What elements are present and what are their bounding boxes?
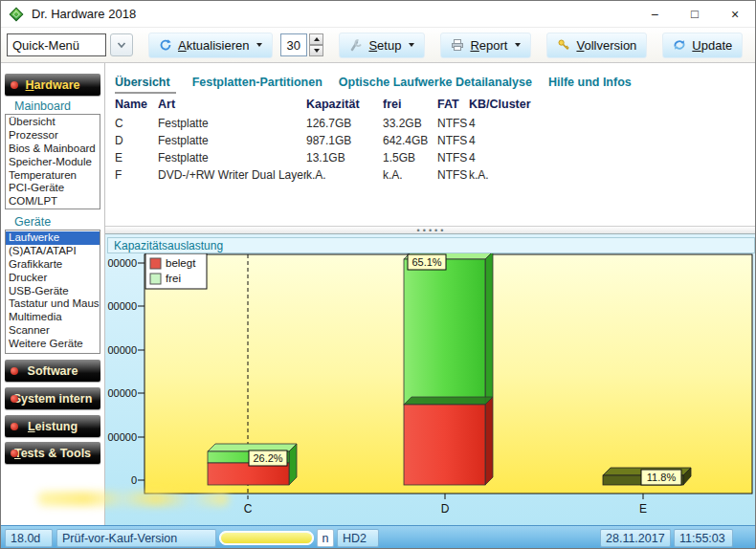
- svg-text:C: C: [244, 502, 253, 516]
- chart-legend: belegt frei: [145, 253, 207, 289]
- list-item[interactable]: Multimedia: [6, 311, 100, 324]
- bar-d[interactable]: [404, 252, 493, 485]
- list-item[interactable]: Übersicht: [6, 116, 100, 129]
- quick-menu-dropdown-button[interactable]: [110, 33, 133, 56]
- list-item[interactable]: Speicher-Module: [6, 156, 100, 169]
- list-item[interactable]: Scanner: [6, 324, 100, 338]
- y-axis-ticks: [138, 263, 145, 480]
- svg-text:D: D: [441, 502, 450, 516]
- sidebar-section-tests-tools[interactable]: Tests & Tools: [5, 442, 100, 464]
- main-panel: Übersicht Festplatten-Partitionen Optisc…: [104, 63, 756, 525]
- svg-text:26.2%: 26.2%: [253, 452, 282, 464]
- refresh-button[interactable]: Aktualisieren: [148, 33, 273, 58]
- svg-text:00000: 00000: [107, 344, 137, 356]
- spinner-down-button[interactable]: [309, 45, 323, 56]
- update-button[interactable]: Update: [662, 33, 743, 58]
- table-row[interactable]: F DVD-/+RW Writer Dual Layer k.A. k.A. N…: [105, 166, 756, 184]
- list-item[interactable]: Temperaturen: [6, 169, 100, 183]
- table-row[interactable]: C Festplatte 126.7GB 33.2GB NTFS 4: [105, 115, 756, 132]
- list-item[interactable]: Drucker: [6, 272, 100, 285]
- red-led-icon: [11, 450, 18, 457]
- table-header-row: Name Art Kapazität frei FAT KB/Cluster: [105, 96, 756, 115]
- sidebar-section-software[interactable]: Software: [5, 360, 100, 382]
- list-item[interactable]: Grafikkarte: [6, 258, 100, 272]
- list-item[interactable]: (S)ATA/ATAPI: [6, 245, 100, 258]
- list-item[interactable]: Bios & Mainboard: [6, 143, 100, 156]
- y-axis-labels: 00000 00000 00000 00000 00000 0: [107, 257, 137, 486]
- title-bar: Dr. Hardware 2018 − □ ×: [1, 1, 755, 28]
- report-button[interactable]: Report: [440, 33, 531, 58]
- quick-menu-value[interactable]: Quick-Menü: [7, 33, 106, 56]
- quick-menu-combobox[interactable]: Quick-Menü: [7, 33, 133, 56]
- close-button[interactable]: ×: [715, 1, 755, 27]
- leistung-label: Leistung: [28, 420, 78, 433]
- sidebar-section-system-intern[interactable]: System intern: [5, 387, 100, 409]
- sidebar: Hardware Mainboard Übersicht Prozessor B…: [1, 63, 104, 525]
- list-item[interactable]: USB-Geräte: [6, 285, 100, 298]
- interval-value[interactable]: 30: [280, 33, 307, 56]
- minimize-button[interactable]: −: [634, 1, 675, 27]
- status-device: HD2: [337, 529, 379, 547]
- splitter-handle[interactable]: •••••: [105, 226, 756, 234]
- tab-bar: Übersicht Festplatten-Partitionen Optisc…: [105, 76, 632, 94]
- devices-list: Laufwerke (S)ATA/ATAPI Grafikkarte Druck…: [5, 230, 100, 354]
- interval-spinner[interactable]: 30: [280, 33, 323, 56]
- refresh-icon: [159, 38, 172, 52]
- col-name: Name: [115, 96, 158, 115]
- spinner-up-button[interactable]: [309, 33, 323, 45]
- table-row[interactable]: D Festplatte 987.1GB 642.4GB NTFS 4: [105, 132, 756, 149]
- software-label: Software: [28, 364, 78, 378]
- update-label: Update: [692, 38, 732, 53]
- dropdown-caret-icon: [409, 43, 414, 47]
- toolbar: Quick-Menü Aktualisieren 30: [1, 28, 755, 63]
- col-kapazitaet: Kapazität: [306, 96, 383, 115]
- triangle-down-icon: [314, 49, 320, 53]
- svg-text:00000: 00000: [107, 300, 137, 312]
- legend-swatch-belegt: [150, 258, 161, 269]
- group-label-mainboard: Mainboard: [14, 99, 71, 113]
- fullversion-button[interactable]: Vollversion: [546, 33, 647, 58]
- list-item[interactable]: Weitere Geräte: [6, 338, 100, 351]
- x-axis-labels: C D E: [244, 502, 647, 516]
- key-icon: [557, 38, 570, 52]
- status-license: Prüf-vor-Kauf-Version: [56, 529, 216, 547]
- table-row[interactable]: E Festplatte 13.1GB 1.5GB NTFS 4: [105, 149, 756, 166]
- tab-festplatten-partitionen[interactable]: Festplatten-Partitionen: [192, 76, 322, 94]
- setup-button[interactable]: Setup: [339, 33, 425, 58]
- status-date: 28.11.2017: [600, 529, 671, 547]
- col-art: Art: [158, 96, 306, 115]
- svg-text:00000: 00000: [107, 387, 137, 399]
- group-label-geraete: Geräte: [14, 215, 51, 229]
- report-label: Report: [470, 38, 507, 53]
- list-item[interactable]: Tastatur und Maus: [6, 297, 100, 311]
- maximize-button[interactable]: □: [675, 1, 715, 27]
- tools-icon: [349, 38, 363, 52]
- status-version: 18.0d: [5, 529, 53, 547]
- capacity-chart: 00000 00000 00000 00000 00000 0: [105, 234, 756, 525]
- tab-optische-laufwerke[interactable]: Optische Laufwerke Detailanalyse: [339, 76, 532, 94]
- x-axis-ticks: [445, 494, 643, 499]
- red-led-icon: [11, 395, 18, 403]
- capacity-chart-panel: 00000 00000 00000 00000 00000 0: [105, 234, 756, 525]
- list-item[interactable]: COM/LPT: [6, 195, 100, 209]
- update-arrows-icon: [673, 38, 686, 52]
- sidebar-section-leistung[interactable]: Leistung: [5, 415, 100, 437]
- list-item-laufwerke[interactable]: Laufwerke: [6, 231, 100, 245]
- chart-title: Kapazitätsauslastung: [107, 237, 755, 253]
- svg-text:65.1%: 65.1%: [411, 256, 441, 268]
- status-time: 11:55:03: [674, 529, 733, 547]
- col-kb-cluster: KB/Cluster: [469, 96, 756, 115]
- drive-table: Name Art Kapazität frei FAT KB/Cluster C…: [105, 96, 756, 184]
- tab-hilfe-und-infos[interactable]: Hilfe und Infos: [548, 76, 632, 94]
- refresh-label: Aktualisieren: [178, 38, 249, 53]
- tab-uebersicht[interactable]: Übersicht: [115, 76, 176, 94]
- sidebar-section-hardware[interactable]: Hardware: [5, 74, 100, 96]
- tests-tools-label: Tests & Tools: [14, 447, 91, 460]
- system-intern-label: System intern: [13, 392, 93, 406]
- list-item[interactable]: Prozessor: [6, 129, 100, 143]
- list-item[interactable]: PCI-Geräte: [6, 182, 100, 195]
- red-led-icon: [11, 81, 18, 89]
- window-title: Dr. Hardware 2018: [32, 7, 136, 21]
- status-bar: 18.0d Prüf-vor-Kauf-Version n HD2 28.11.…: [1, 525, 755, 549]
- dropdown-caret-icon: [256, 43, 262, 47]
